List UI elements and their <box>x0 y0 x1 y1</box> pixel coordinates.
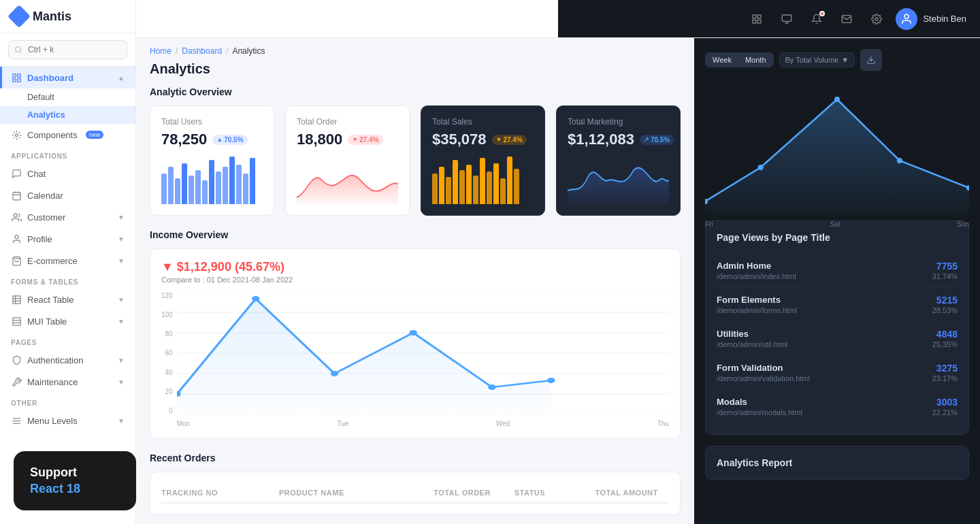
page-title: Analytics <box>150 61 681 77</box>
dashboard-label: Dashboard <box>27 73 74 83</box>
user-avatar <box>896 8 917 30</box>
card-users-badge: ▲ 70.5% <box>212 135 247 145</box>
download-icon-btn[interactable] <box>860 49 882 71</box>
th-amount: TOTAL AMOUNT <box>595 489 669 497</box>
breadcrumb-sep2: / <box>226 46 228 56</box>
sidebar-sub-analytics[interactable]: Analytics <box>0 106 135 124</box>
card-order-label: Total Order <box>297 117 398 127</box>
pv-item-0: Admin Home /demo/admin/index.html 7755 3… <box>717 254 958 288</box>
settings-icon-btn[interactable] <box>866 8 887 30</box>
card-sales-value: $35,078 ▼ 27.4% <box>432 131 534 148</box>
sidebar-item-calendar[interactable]: Calendar <box>0 184 135 206</box>
grid-icon-btn[interactable] <box>746 8 768 30</box>
svg-point-42 <box>488 384 496 390</box>
sidebar-item-maintenance[interactable]: Maintenance ▼ <box>0 371 135 393</box>
pv-item-4: Modals /demo/admin/modals.html 3003 22.2… <box>717 390 958 423</box>
support-react18-banner[interactable]: Support React 18 <box>14 451 136 510</box>
pv-count-1: 5215 <box>932 295 958 306</box>
support-banner-title: Support React 18 <box>30 465 120 497</box>
sidebar-item-menu-levels[interactable]: Menu Levels ▼ <box>0 410 135 431</box>
card-sales-label: Total Sales <box>432 117 534 127</box>
sidebar-item-mui-table[interactable]: MUI Table ▼ <box>0 310 135 332</box>
auth-icon <box>11 355 22 365</box>
th-total-order: TOTAL ORDER <box>434 489 508 497</box>
svg-point-29 <box>875 18 878 20</box>
pv-pct-2: 25.35% <box>932 340 958 348</box>
sidebar-item-authentication[interactable]: Authentication ▼ <box>0 349 135 371</box>
maintenance-chevron: ▼ <box>118 378 125 386</box>
monitor-icon-btn[interactable] <box>776 8 798 30</box>
profile-icon <box>11 233 22 244</box>
ecommerce-label: E-commerce <box>27 256 78 266</box>
auth-label: Authentication <box>27 355 83 365</box>
sidebar-item-customer[interactable]: Customer ▼ <box>0 206 135 228</box>
svg-rect-5 <box>12 192 20 199</box>
search-input[interactable] <box>8 40 127 59</box>
forms-section-label: Forms & Tables <box>0 272 135 289</box>
card-marketing-label: Total Marketing <box>568 117 669 127</box>
card-users-label: Total Users <box>161 117 263 127</box>
sidebar-item-dashboard[interactable]: Dashboard ▲ <box>0 67 135 88</box>
y-axis-labels: 120100806040200 <box>161 292 177 414</box>
content-body: Analytic Overview Total Users 78,250 ▲ 7… <box>136 86 694 524</box>
apps-section-label: Applications <box>0 146 135 163</box>
card-total-sales: Total Sales $35,078 ▼ 27.4% <box>421 105 545 216</box>
month-btn[interactable]: Month <box>738 53 773 67</box>
breadcrumb: Home / Dashboard / Analytics <box>136 38 694 59</box>
breadcrumb-home[interactable]: Home <box>150 46 172 56</box>
ecommerce-chevron: ▼ <box>118 257 125 265</box>
recent-orders-section: Recent Orders TRACKING NO PRODUCT NAME T… <box>150 453 681 515</box>
sidebar-item-ecommerce[interactable]: E-commerce ▼ <box>0 250 135 272</box>
ecommerce-icon <box>11 255 22 266</box>
card-marketing-value: $1,12,083 ↗ 70.5% <box>568 131 669 148</box>
analytics-report: Analytics Report <box>705 446 969 480</box>
sidebar-item-components[interactable]: Components new <box>0 124 135 146</box>
dashboard-chevron: ▲ <box>118 74 125 82</box>
th-status: STATUS <box>514 489 589 497</box>
main-content: Stebin Ben Home / Dashboard / Analytics … <box>136 0 980 524</box>
pv-pct-0: 31.74% <box>932 272 958 280</box>
menu-levels-label: Menu Levels <box>27 416 78 426</box>
breadcrumb-dashboard[interactable]: Dashboard <box>182 46 222 56</box>
select-chevron: ▼ <box>841 56 849 64</box>
pages-section-label: Pages <box>0 332 135 349</box>
pv-url-1: /demo/admin/forms.html <box>717 306 797 314</box>
pv-item-1: Form Elements /demo/admin/forms.html 521… <box>717 288 958 322</box>
customer-label: Customer <box>27 212 65 223</box>
svg-rect-2 <box>12 78 15 81</box>
volume-select[interactable]: By Total Volume ▼ <box>779 52 855 67</box>
svg-point-4 <box>15 133 18 136</box>
card-total-users: Total Users 78,250 ▲ 70.5% <box>150 105 274 216</box>
user-info[interactable]: Stebin Ben <box>896 8 966 30</box>
pv-pct-3: 23.17% <box>932 374 958 382</box>
svg-point-9 <box>14 213 17 216</box>
notification-icon-btn[interactable] <box>806 8 828 30</box>
th-tracking: TRACKING NO <box>161 489 272 497</box>
pv-pct-1: 28.53% <box>932 306 958 314</box>
sales-chart <box>432 157 534 204</box>
chat-icon <box>11 168 22 179</box>
profile-chevron: ▼ <box>118 235 125 243</box>
sidebar-sub-default[interactable]: Default <box>0 88 135 106</box>
pv-url-0: /demo/admin/index.html <box>717 272 796 280</box>
right-panel: Week Month By Total Volume ▼ <box>694 38 980 524</box>
sidebar-item-react-table[interactable]: React Table ▼ <box>0 289 135 310</box>
section-label-analytic: Analytic Overview <box>150 86 681 97</box>
customer-chevron: ▼ <box>118 214 125 221</box>
mui-table-label: MUI Table <box>27 316 67 327</box>
sidebar-item-chat[interactable]: Chat <box>0 163 135 184</box>
mail-icon-btn[interactable] <box>836 8 858 30</box>
profile-label: Profile <box>27 234 52 244</box>
svg-rect-12 <box>12 295 20 303</box>
page-views-title: Page Views by Page Title <box>717 232 958 243</box>
analytics-report-title: Analytics Report <box>717 457 958 468</box>
pv-title-0: Admin Home <box>717 261 796 271</box>
recent-orders-label: Recent Orders <box>150 453 681 463</box>
pv-count-0: 7755 <box>932 261 958 272</box>
sidebar-item-profile[interactable]: Profile ▼ <box>0 228 135 250</box>
week-btn[interactable]: Week <box>706 53 738 67</box>
components-badge: new <box>86 131 104 139</box>
analytic-cards: Total Users 78,250 ▲ 70.5% <box>150 105 681 216</box>
income-chart-area: 120100806040200 <box>161 292 669 427</box>
pv-count-3: 3275 <box>932 363 958 374</box>
